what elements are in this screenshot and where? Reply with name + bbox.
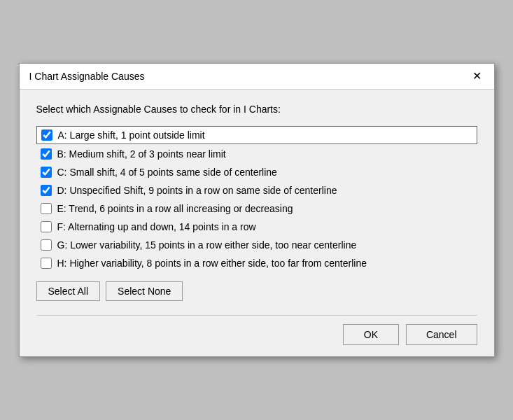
option-label-g: G: Lower variability, 15 points in a row… — [57, 239, 357, 251]
option-item-f: F: Alternating up and down, 14 points in… — [36, 218, 477, 235]
option-item-d: D: Unspecified Shift, 9 points in a row … — [36, 182, 477, 199]
option-label-c: C: Small shift, 4 of 5 points same side … — [57, 167, 277, 178]
checkbox-d[interactable] — [41, 185, 52, 196]
option-label-e: E: Trend, 6 points in a row all increasi… — [57, 203, 293, 214]
checkbox-h[interactable] — [41, 258, 52, 269]
cancel-button[interactable]: Cancel — [406, 324, 477, 345]
checkbox-c[interactable] — [41, 167, 52, 178]
checkbox-g[interactable] — [41, 239, 52, 251]
option-item-b: B: Medium shift, 2 of 3 points near limi… — [36, 146, 477, 162]
option-label-d: D: Unspecified Shift, 9 points in a row … — [57, 185, 337, 196]
checkbox-f[interactable] — [41, 221, 52, 232]
close-button[interactable]: ✕ — [470, 71, 484, 82]
checkbox-b[interactable] — [41, 148, 52, 160]
select-none-button[interactable]: Select None — [106, 281, 183, 301]
select-all-button[interactable]: Select All — [36, 281, 101, 301]
option-label-f: F: Alternating up and down, 14 points in… — [57, 221, 256, 232]
dialog-body: Select which Assignable Causes to check … — [20, 90, 494, 356]
option-label-b: B: Medium shift, 2 of 3 points near limi… — [57, 148, 226, 160]
option-label-h: H: Higher variability, 8 points in a row… — [57, 258, 367, 269]
checkbox-e[interactable] — [41, 203, 52, 214]
option-item-h: H: Higher variability, 8 points in a row… — [36, 255, 477, 272]
option-item-e: E: Trend, 6 points in a row all increasi… — [36, 200, 477, 217]
title-bar: I Chart Assignable Causes ✕ — [20, 64, 494, 90]
checkbox-a[interactable] — [41, 130, 52, 141]
dialog-title: I Chart Assignable Causes — [29, 71, 145, 82]
ok-button[interactable]: OK — [343, 324, 399, 345]
option-label-a: A: Large shift, 1 point outside limit — [58, 130, 205, 141]
options-list: A: Large shift, 1 point outside limitB: … — [36, 126, 477, 272]
option-item-a: A: Large shift, 1 point outside limit — [36, 126, 477, 144]
option-item-c: C: Small shift, 4 of 5 points same side … — [36, 164, 477, 181]
dialog-window: I Chart Assignable Causes ✕ Select which… — [19, 63, 495, 357]
select-buttons-group: Select All Select None — [36, 281, 477, 301]
dialog-footer: OK Cancel — [36, 315, 477, 345]
option-item-g: G: Lower variability, 15 points in a row… — [36, 237, 477, 253]
instruction-text: Select which Assignable Causes to check … — [36, 104, 477, 115]
